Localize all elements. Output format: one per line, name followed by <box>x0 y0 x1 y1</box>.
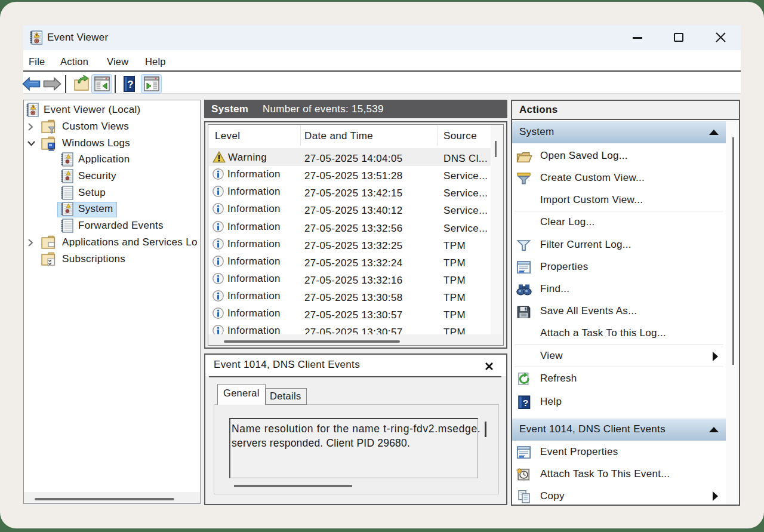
svg-text:?: ? <box>127 79 133 90</box>
